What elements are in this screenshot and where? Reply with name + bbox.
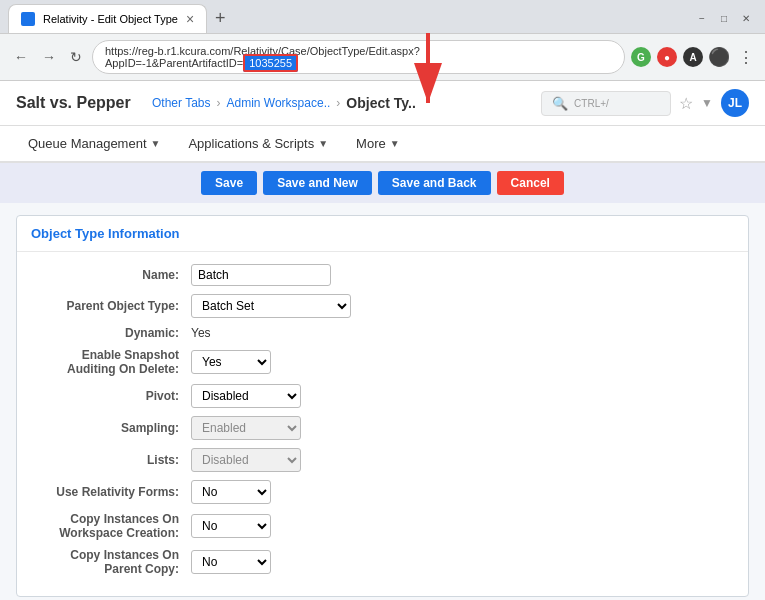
pivot-row: Pivot: Disabled Enabled <box>31 384 734 408</box>
new-tab-button[interactable]: + <box>211 4 230 33</box>
browser-icons: G ● A ⚫ ⋮ <box>631 47 755 67</box>
copy-workspace-select[interactable]: No Yes <box>191 514 271 538</box>
copy-parent-select[interactable]: No Yes <box>191 550 271 574</box>
lists-row: Lists: Disabled Enabled <box>31 448 734 472</box>
save-and-new-button[interactable]: Save and New <box>263 171 372 195</box>
name-input[interactable] <box>191 264 331 286</box>
app-title: Salt vs. Pepper <box>16 94 136 112</box>
lists-label: Lists: <box>31 453 191 467</box>
tab-favicon <box>21 12 35 26</box>
breadcrumb-other-tabs[interactable]: Other Tabs <box>152 96 210 110</box>
object-type-card-header: Object Type Information <box>17 216 748 252</box>
nav-queue-management-label: Queue Management <box>28 136 147 151</box>
cancel-button[interactable]: Cancel <box>497 171 564 195</box>
parent-object-type-select[interactable]: Batch Set Case Document <box>191 294 351 318</box>
address-bar[interactable]: https://reg-b.r1.kcura.com/Relativity/Ca… <box>92 40 625 74</box>
refresh-button[interactable]: ↻ <box>66 47 86 67</box>
enable-snapshot-row: Enable Snapshot Auditing On Delete: Yes … <box>31 348 734 376</box>
nav-more-chevron: ▼ <box>390 138 400 149</box>
copy-workspace-row: Copy Instances On Workspace Creation: No… <box>31 512 734 540</box>
pivot-select[interactable]: Disabled Enabled <box>191 384 301 408</box>
enable-snapshot-select[interactable]: Yes No <box>191 350 271 374</box>
maximize-button[interactable]: □ <box>717 12 731 26</box>
address-bar-row: ← → ↻ https://reg-b.r1.kcura.com/Relativ… <box>0 33 765 80</box>
breadcrumb-sep-2: › <box>336 96 340 110</box>
nav-menu: Queue Management ▼ Applications & Script… <box>0 126 765 163</box>
tab-title: Relativity - Edit Object Type <box>43 13 178 25</box>
extension-icon-1[interactable]: G <box>631 47 651 67</box>
browser-tab[interactable]: Relativity - Edit Object Type × <box>8 4 207 33</box>
nav-more[interactable]: More ▼ <box>344 126 412 161</box>
bookmark-icon[interactable]: ☆ <box>679 94 693 113</box>
minimize-button[interactable]: − <box>695 12 709 26</box>
breadcrumb-sep-1: › <box>216 96 220 110</box>
use-relativity-forms-label: Use Relativity Forms: <box>31 485 191 499</box>
object-type-card: Object Type Information Name: Parent Obj… <box>16 215 749 597</box>
back-button[interactable]: ← <box>10 47 32 67</box>
browser-chrome: Relativity - Edit Object Type × + − □ ✕ … <box>0 0 765 81</box>
save-button[interactable]: Save <box>201 171 257 195</box>
nav-queue-management[interactable]: Queue Management ▼ <box>16 126 172 161</box>
main-content: Object Type Information Name: Parent Obj… <box>0 203 765 600</box>
extension-icon-3[interactable]: A <box>683 47 703 67</box>
profile-icon[interactable]: ⚫ <box>709 47 729 67</box>
search-shortcut: CTRL+/ <box>574 98 609 109</box>
breadcrumb-current: Object Ty.. <box>346 95 416 111</box>
sampling-label: Sampling: <box>31 421 191 435</box>
nav-applications-scripts[interactable]: Applications & Scripts ▼ <box>176 126 340 161</box>
sampling-row: Sampling: Enabled Disabled <box>31 416 734 440</box>
user-avatar[interactable]: JL <box>721 89 749 117</box>
tab-close-button[interactable]: × <box>186 11 194 27</box>
pivot-label: Pivot: <box>31 389 191 403</box>
close-button[interactable]: ✕ <box>739 12 753 26</box>
sampling-select[interactable]: Enabled Disabled <box>191 416 301 440</box>
enable-snapshot-label: Enable Snapshot Auditing On Delete: <box>31 348 191 376</box>
parent-object-type-row: Parent Object Type: Batch Set Case Docum… <box>31 294 734 318</box>
name-label: Name: <box>31 268 191 282</box>
use-relativity-forms-select[interactable]: No Yes <box>191 480 271 504</box>
dynamic-label: Dynamic: <box>31 326 191 340</box>
breadcrumb: Other Tabs › Admin Workspace.. › Object … <box>152 95 525 111</box>
nav-applications-scripts-chevron: ▼ <box>318 138 328 149</box>
lists-select[interactable]: Disabled Enabled <box>191 448 301 472</box>
forward-button[interactable]: → <box>38 47 60 67</box>
copy-parent-row: Copy Instances On Parent Copy: No Yes <box>31 548 734 576</box>
dynamic-value: Yes <box>191 326 211 340</box>
extension-icon-2[interactable]: ● <box>657 47 677 67</box>
save-and-back-button[interactable]: Save and Back <box>378 171 491 195</box>
parent-object-type-label: Parent Object Type: <box>31 299 191 313</box>
nav-more-label: More <box>356 136 386 151</box>
copy-parent-label: Copy Instances On Parent Copy: <box>31 548 191 576</box>
app-header: Salt vs. Pepper Other Tabs › Admin Works… <box>0 81 765 126</box>
header-right: 🔍 CTRL+/ ☆ ▼ JL <box>541 89 749 117</box>
address-text: https://reg-b.r1.kcura.com/Relativity/Ca… <box>105 45 612 69</box>
dynamic-row: Dynamic: Yes <box>31 326 734 340</box>
toolbar: Save Save and New Save and Back Cancel <box>0 163 765 203</box>
name-row: Name: <box>31 264 734 286</box>
address-highlight: 1035255 <box>243 54 298 72</box>
object-type-card-body: Name: Parent Object Type: Batch Set Case… <box>17 252 748 596</box>
search-icon: 🔍 <box>552 96 568 111</box>
nav-applications-scripts-label: Applications & Scripts <box>188 136 314 151</box>
header-search[interactable]: 🔍 CTRL+/ <box>541 91 671 116</box>
copy-workspace-label: Copy Instances On Workspace Creation: <box>31 512 191 540</box>
nav-queue-management-chevron: ▼ <box>151 138 161 149</box>
more-options-icon[interactable]: ⋮ <box>735 47 755 67</box>
chevron-down-icon[interactable]: ▼ <box>701 96 713 110</box>
use-relativity-forms-row: Use Relativity Forms: No Yes <box>31 480 734 504</box>
breadcrumb-admin-workspace[interactable]: Admin Workspace.. <box>226 96 330 110</box>
